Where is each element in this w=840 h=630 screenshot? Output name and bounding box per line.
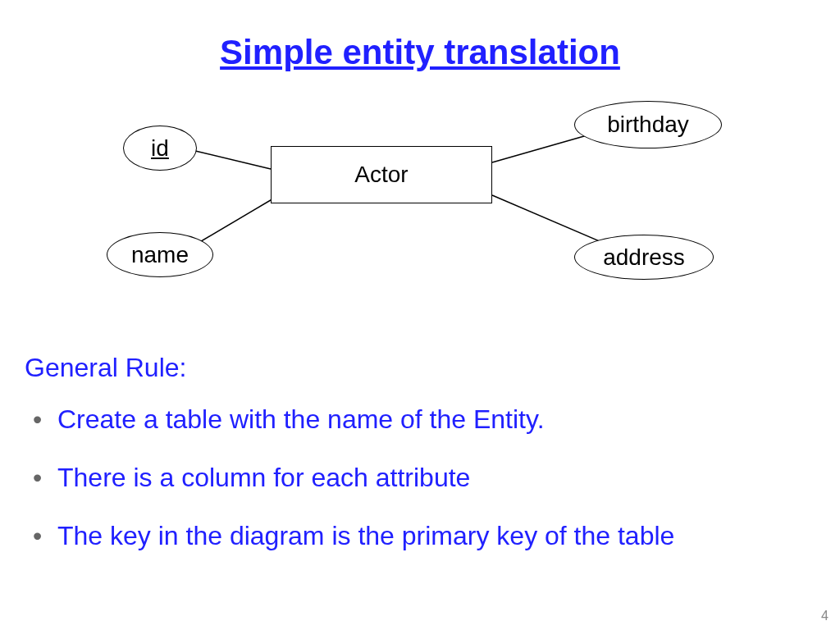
rule-bullet: Create a table with the name of the Enti… [25,402,815,437]
attribute-name-label: name [131,242,189,268]
attribute-id-label: id [151,135,169,162]
rule-bullets: Create a table with the name of the Enti… [25,402,815,578]
page-number: 4 [821,609,829,623]
entity-actor: Actor [271,146,492,203]
attribute-birthday-label: birthday [607,112,689,138]
slide-title: Simple entity translation [0,0,840,72]
attribute-id: id [123,126,197,171]
entity-label: Actor [354,162,408,188]
svg-line-0 [192,150,271,169]
rule-bullet: There is a column for each attribute [25,460,815,495]
attribute-address-label: address [603,244,685,271]
rule-heading: General Rule: [25,353,815,383]
attribute-birthday: birthday [574,101,722,148]
rule-bullet: The key in the diagram is the primary ke… [25,518,815,554]
er-diagram: Actor id name birthday address [0,72,840,318]
attribute-name: name [107,232,213,277]
attribute-address: address [574,235,714,280]
